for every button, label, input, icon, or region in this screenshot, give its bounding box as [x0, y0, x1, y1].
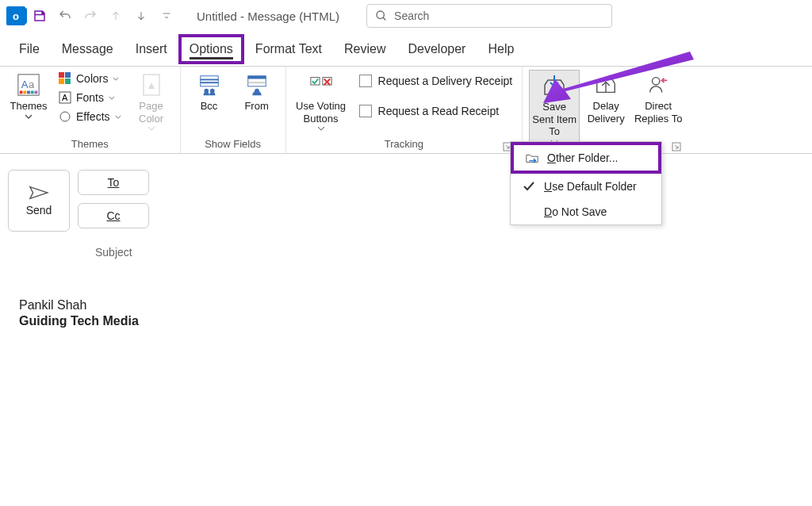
svg-rect-5 — [23, 91, 26, 94]
group-label-tracking: Tracking — [385, 136, 423, 151]
chevron-down-icon — [25, 114, 33, 119]
search-input[interactable]: Search — [366, 4, 612, 28]
svg-text:A: A — [21, 79, 29, 90]
window-title: Untitled - Message (HTML) — [197, 10, 339, 23]
ribbon-group-more-options: Save Sent Item To Delay Delivery Direct … — [523, 67, 691, 153]
up-arrow-button[interactable] — [105, 5, 127, 27]
from-button[interactable]: From — [235, 70, 279, 114]
cc-button[interactable]: Cc — [78, 203, 149, 228]
compose-area: Send To Cc Subject Pankil Shah Guiding T… — [0, 154, 812, 384]
down-arrow-button[interactable] — [130, 5, 152, 27]
tab-review[interactable]: Review — [333, 34, 396, 64]
tab-developer[interactable]: Developer — [397, 34, 477, 64]
send-icon — [29, 185, 49, 201]
tab-help[interactable]: Help — [477, 34, 525, 64]
more-options-dialog-launcher[interactable] — [668, 142, 684, 151]
qat-customize-button[interactable] — [155, 5, 178, 27]
effects-icon — [59, 110, 71, 123]
ribbon-group-show-fields: Bcc From Show Fields — [181, 67, 286, 153]
svg-rect-12 — [65, 79, 71, 84]
fonts-icon: A — [59, 91, 71, 104]
fonts-button[interactable]: A Fonts — [54, 89, 126, 106]
delay-delivery-icon — [594, 71, 618, 98]
ribbon-group-themes: Aa Themes Colors A Fonts Effect — [0, 67, 181, 153]
tab-options[interactable]: Options — [178, 34, 244, 64]
undo-button[interactable] — [54, 5, 76, 27]
voting-buttons-button[interactable]: Use Voting Buttons — [293, 70, 350, 132]
svg-point-29 — [653, 78, 660, 85]
title-bar: o Untitled - Message (HTML) Search — [0, 0, 812, 32]
svg-rect-9 — [59, 72, 64, 78]
tab-insert[interactable]: Insert — [124, 34, 178, 64]
voting-icon — [309, 71, 333, 98]
svg-rect-11 — [59, 79, 64, 84]
page-color-icon — [140, 71, 163, 98]
read-receipt-checkbox[interactable]: Request a Read Receipt — [356, 100, 516, 122]
delivery-receipt-checkbox[interactable]: Request a Delivery Receipt — [356, 70, 516, 92]
svg-text:A: A — [62, 93, 68, 102]
colors-icon — [59, 72, 71, 85]
tab-file[interactable]: File — [8, 34, 51, 64]
svg-rect-8 — [35, 91, 38, 94]
save-button[interactable] — [29, 5, 51, 27]
dropdown-do-not-save[interactable]: Do Not Save — [511, 199, 661, 224]
colors-button[interactable]: Colors — [54, 70, 126, 87]
direct-replies-to-button[interactable]: Direct Replies To — [632, 70, 684, 126]
dropdown-other-folder[interactable]: Other Folder... — [511, 142, 661, 174]
svg-rect-24 — [247, 82, 266, 83]
svg-rect-4 — [20, 91, 23, 94]
svg-rect-17 — [200, 76, 218, 86]
search-placeholder: Search — [394, 10, 429, 22]
themes-icon: Aa — [17, 71, 40, 98]
signature-name: Pankil Shah — [19, 298, 793, 312]
message-body[interactable]: Pankil Shah Guiding Tech Media — [8, 259, 804, 368]
save-sent-icon — [542, 72, 567, 99]
check-icon — [522, 181, 536, 192]
dropdown-use-default-folder[interactable]: Use Default Folder — [511, 174, 661, 199]
group-label-show-fields: Show Fields — [187, 136, 279, 151]
outlook-app-icon: o — [6, 6, 25, 25]
svg-point-15 — [60, 112, 70, 121]
page-color-button[interactable]: Page Color — [129, 70, 174, 132]
save-sent-item-dropdown: Other Folder... Use Default Folder Do No… — [510, 141, 662, 225]
svg-rect-10 — [65, 72, 71, 78]
tab-message[interactable]: Message — [51, 34, 124, 64]
group-label-themes: Themes — [6, 136, 174, 151]
folder-arrow-icon — [525, 151, 539, 164]
svg-text:a: a — [29, 79, 35, 90]
checkbox-icon — [359, 75, 372, 87]
svg-rect-23 — [247, 76, 266, 79]
svg-rect-19 — [200, 82, 218, 83]
redo-button[interactable] — [79, 5, 102, 27]
bcc-icon — [197, 71, 221, 98]
ribbon-group-tracking: Use Voting Buttons Request a Delivery Re… — [286, 67, 523, 153]
tab-format-text[interactable]: Format Text — [244, 34, 333, 64]
signature-org: Guiding Tech Media — [19, 314, 793, 328]
direct-replies-icon — [646, 71, 670, 98]
svg-point-0 — [377, 11, 384, 18]
ribbon-tabs: File Message Insert Options Format Text … — [0, 32, 812, 67]
subject-label: Subject — [95, 246, 132, 259]
delay-delivery-button[interactable]: Delay Delivery — [583, 70, 629, 126]
themes-button[interactable]: Aa Themes — [6, 70, 51, 121]
svg-rect-6 — [27, 91, 30, 94]
bcc-button[interactable]: Bcc — [187, 70, 232, 114]
svg-rect-18 — [200, 79, 218, 81]
search-icon — [375, 10, 388, 22]
checkbox-icon — [359, 105, 372, 117]
from-icon — [245, 71, 269, 98]
save-sent-item-to-button[interactable]: Save Sent Item To — [529, 70, 580, 147]
effects-button[interactable]: Effects — [54, 108, 126, 125]
svg-rect-7 — [31, 91, 34, 94]
send-button[interactable]: Send — [8, 170, 70, 232]
to-button[interactable]: To — [78, 170, 149, 195]
svg-rect-26 — [310, 78, 319, 85]
ribbon: Aa Themes Colors A Fonts Effect — [0, 67, 812, 154]
